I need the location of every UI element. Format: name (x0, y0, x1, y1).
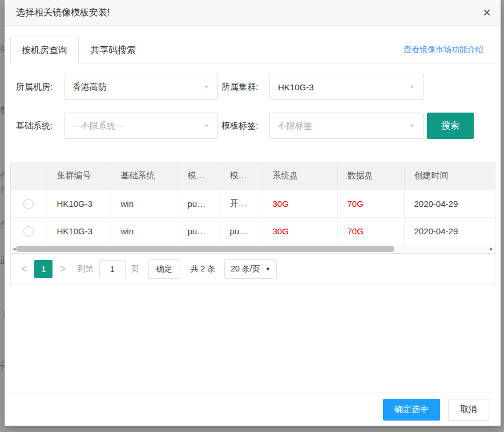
cell-data-disk: 70G (337, 217, 404, 245)
cell-template-1: pu… (178, 190, 220, 217)
cell-template-2: 开… (220, 190, 263, 217)
cell-base-system: win (111, 217, 178, 245)
cell-system-disk: 30G (263, 190, 337, 217)
header-created-time: 创建时间 (404, 162, 495, 190)
datacenter-select[interactable]: 香港高防 ▼ (64, 74, 218, 100)
row-radio[interactable] (23, 226, 34, 237)
tab-share-code-search[interactable]: 共享码搜索 (79, 37, 147, 63)
search-button[interactable]: 搜索 (427, 113, 474, 139)
background-text-fragment: 乐 (0, 361, 5, 370)
header-system-disk: 系统盘 (263, 162, 337, 190)
header-cluster-id: 集群编号 (47, 162, 111, 190)
background-text-fragment: 作 (0, 186, 5, 195)
background-text-fragment: 作 (0, 220, 5, 229)
pagination: < 1 > 到第 页 确定 共 2 条 20 条/页 ▼ (11, 253, 495, 285)
cell-created-time: 2020-04-29 (404, 217, 495, 245)
current-page-button[interactable]: 1 (34, 260, 53, 278)
cell-data-disk: 70G (337, 190, 404, 217)
cluster-select-value: HK10G-3 (278, 82, 314, 92)
header-template-2: 模… (220, 162, 263, 190)
cell-created-time: 2020-04-29 (404, 190, 495, 217)
confirm-selection-button[interactable]: 确定选中 (383, 399, 440, 421)
cluster-label: 所属集群: (221, 82, 269, 93)
base-system-label: 基础系统: (16, 121, 64, 131)
caret-down-icon: ▼ (265, 266, 271, 272)
cluster-select[interactable]: HK10G-3 ▼ (269, 74, 424, 100)
page-jump-input[interactable] (99, 260, 126, 278)
total-count-label: 共 2 条 (191, 264, 216, 274)
header-base-system: 基础系统 (111, 162, 178, 190)
prev-page-button[interactable]: < (18, 262, 31, 275)
chevron-down-icon: ▼ (409, 123, 415, 129)
row-radio[interactable] (23, 199, 34, 209)
chevron-down-icon: ▼ (409, 84, 415, 90)
cell-cluster-id: HK10G-3 (47, 217, 111, 245)
chevron-down-icon: ▼ (203, 84, 209, 90)
table-row: HK10G-3 win pu… 开… 30G 70G 2020-04-29 (11, 190, 495, 217)
tab-search-by-datacenter[interactable]: 按机房查询 (10, 37, 79, 63)
background-text-fragment: 数 (0, 106, 5, 115)
horizontal-scrollbar[interactable]: ◄ ► (11, 245, 495, 253)
template-tag-label: 模板标签: (221, 121, 269, 131)
header-data-disk: 数据盘 (337, 162, 404, 190)
page-size-value: 20 条/页 (231, 264, 260, 274)
cell-base-system: win (111, 190, 178, 217)
scroll-right-icon[interactable]: ► (489, 245, 494, 253)
template-tag-select[interactable]: 不限标签 ▼ (269, 113, 424, 139)
select-image-template-dialog: 选择相关镜像模板安装! × 按机房查询 共享码搜索 查看镜像市场功能介绍 所属机… (5, 0, 501, 426)
jump-suffix-label: 页 (131, 264, 139, 274)
header-select-column (11, 162, 47, 190)
chevron-down-icon: ▼ (203, 123, 209, 129)
next-page-button[interactable]: > (56, 262, 69, 275)
table-row: HK10G-3 win pu… pu… 30G 70G 2020-04-29 (11, 217, 495, 245)
tab-bar: 按机房查询 共享码搜索 查看镜像市场功能介绍 (10, 37, 495, 63)
page-size-select[interactable]: 20 条/页 ▼ (224, 259, 276, 279)
template-table-container: 集群编号 基础系统 模… 模… 系统盘 数据盘 创建时间 HK10G-3 win… (10, 162, 495, 285)
background-text-fragment: 作 (0, 171, 5, 181)
background-text-fragment: 上 (0, 310, 5, 319)
header-template-1: 模… (178, 162, 220, 190)
datacenter-label: 所属机房: (16, 82, 64, 93)
dialog-header: 选择相关镜像模板安装! × (5, 0, 501, 26)
base-system-select-value: ---不限系统--- (72, 121, 124, 131)
page-jump-confirm-button[interactable]: 确定 (148, 259, 180, 279)
base-system-select[interactable]: ---不限系统--- ▼ (64, 113, 218, 139)
background-text-fragment: 证 (0, 256, 5, 265)
template-table: 集群编号 基础系统 模… 模… 系统盘 数据盘 创建时间 HK10G-3 win… (11, 162, 495, 245)
table-header-row: 集群编号 基础系统 模… 模… 系统盘 数据盘 创建时间 (11, 162, 495, 190)
background-text-fragment: 装 (0, 45, 5, 54)
close-icon[interactable]: × (483, 6, 491, 19)
marketplace-intro-link[interactable]: 查看镜像市场功能介绍 (404, 45, 483, 55)
template-tag-select-value: 不限标签 (278, 121, 312, 131)
dialog-footer: 确定选中 取消 (5, 393, 501, 426)
form-row-2: 基础系统: ---不限系统--- ▼ 模板标签: 不限标签 ▼ 搜索 (16, 113, 489, 139)
cell-template-2: pu… (220, 217, 263, 245)
jump-prefix-label: 到第 (78, 264, 94, 274)
dialog-title: 选择相关镜像模板安装! (16, 7, 110, 19)
cell-template-1: pu… (178, 217, 220, 245)
scrollbar-thumb[interactable] (16, 246, 394, 252)
cell-cluster-id: HK10G-3 (47, 190, 111, 217)
cell-system-disk: 30G (263, 217, 337, 245)
cancel-button[interactable]: 取消 (448, 399, 489, 421)
form-row-1: 所属机房: 香港高防 ▼ 所属集群: HK10G-3 ▼ (16, 74, 489, 100)
datacenter-select-value: 香港高防 (72, 82, 107, 93)
